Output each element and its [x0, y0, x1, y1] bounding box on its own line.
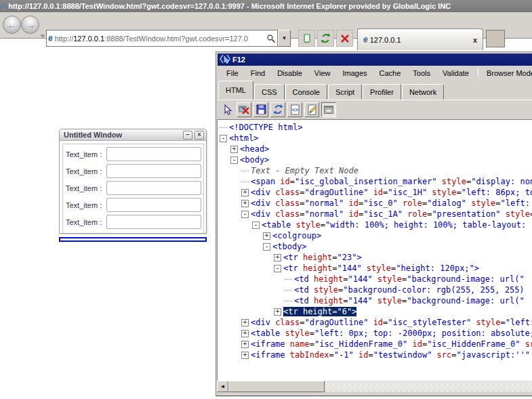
tree-node[interactable]: +<iframe tabIndex="-1" id="testwindow" s…	[218, 350, 532, 360]
f12-tabstrip: HTMLCSSConsoleScriptProfilerNetwork	[218, 80, 532, 100]
menu-file[interactable]: File	[220, 68, 245, 79]
menu-validate[interactable]: Validate	[436, 68, 475, 79]
edit-icon[interactable]	[304, 102, 319, 117]
tree-node[interactable]: +<table style="left: 0px; top: -2000px; …	[218, 328, 532, 339]
tree-node[interactable]: +<div class="normal" id="isc_0" role="di…	[218, 198, 532, 209]
collapse-icon[interactable]: -	[263, 243, 270, 251]
save-icon[interactable]	[253, 102, 268, 117]
tree-node[interactable]: -<body>	[218, 154, 532, 165]
dialog-close-button[interactable]: ×	[195, 131, 204, 140]
tree-node[interactable]: -<table style="width: 100%; height: 100%…	[218, 219, 532, 230]
expand-icon[interactable]: +	[274, 308, 281, 316]
text-item-input-2[interactable]	[106, 164, 201, 178]
menu-tools[interactable]: Tools	[407, 68, 436, 79]
menu-view[interactable]: View	[308, 68, 337, 79]
screen: e http://127.0.0.1:8888/TestWindow.html?…	[0, 0, 532, 399]
menu-find[interactable]: Find	[245, 68, 271, 79]
expand-icon[interactable]: +	[241, 352, 249, 359]
tree-node[interactable]: -<tr height="144" style="height: 120px;"…	[218, 263, 532, 274]
collapse-icon[interactable]: -	[220, 135, 227, 142]
expand-icon[interactable]: +	[241, 189, 249, 196]
collapse-icon[interactable]: -	[241, 211, 249, 218]
menu-images[interactable]: Images	[336, 68, 373, 79]
tree-node[interactable]: <span id="isc_global_insertion_marker" s…	[218, 176, 532, 187]
recent-pages-dropdown-icon[interactable]	[40, 35, 45, 38]
stop-button[interactable]	[336, 30, 353, 47]
f12-titlebar[interactable]: F12	[218, 54, 532, 66]
dialog-minimize-button[interactable]: –	[183, 131, 192, 140]
menu-disable[interactable]: Disable	[271, 68, 308, 79]
tree-node[interactable]: -<tbody>	[218, 241, 532, 252]
close-icon: ×	[197, 131, 201, 138]
tree-node[interactable]: +<tr height="6">	[218, 306, 532, 317]
collapse-icon[interactable]: -	[274, 265, 281, 272]
expand-icon[interactable]: +	[274, 254, 281, 261]
text-item-input-1[interactable]	[106, 147, 201, 161]
tree-node[interactable]: Text - Empty Text Node	[218, 165, 532, 176]
element-highlight-icon[interactable]	[321, 102, 336, 117]
form-row: Text_item :	[63, 213, 203, 230]
dialog-titlebar[interactable]: Untitled Window – ×	[60, 129, 206, 141]
node-markup: <td height="144" style="background-image…	[294, 296, 525, 306]
browser-tab[interactable]: e 127.0.0.1 x	[357, 28, 483, 50]
expand-icon[interactable]: +	[230, 146, 238, 153]
tree-node[interactable]: <td height="144" style="background-image…	[218, 295, 532, 306]
tree-node[interactable]: <!DOCTYPE html>	[218, 122, 532, 133]
tree-node[interactable]: -<html>	[218, 133, 532, 144]
tab-console[interactable]: Console	[285, 84, 327, 100]
expand-icon[interactable]: +	[241, 330, 249, 337]
tree-node[interactable]: <td height="144" style="background-image…	[218, 274, 532, 285]
expand-icon[interactable]: +	[263, 232, 270, 240]
text-item-input-5[interactable]	[106, 215, 201, 229]
tree-node[interactable]: <td style="background-color: rgb(255, 25…	[218, 285, 532, 295]
tree-node[interactable]: +<colgroup>	[218, 230, 532, 241]
tab-network[interactable]: Network	[402, 84, 444, 100]
form-row: Text_item :	[63, 146, 203, 163]
clear-browser-cache-icon[interactable]	[237, 102, 251, 117]
node-markup: <colgroup>	[272, 231, 321, 240]
scroll-left-button[interactable]: ◄	[217, 381, 228, 392]
tree-node[interactable]: +<tr height="23">	[218, 252, 532, 263]
dialog-title: Untitled Window	[64, 131, 122, 139]
refresh-button[interactable]	[317, 30, 334, 47]
node-markup: <html>	[229, 133, 258, 143]
scrollbar-track[interactable]	[325, 381, 532, 392]
tab-css[interactable]: CSS	[254, 84, 285, 100]
tab-close-icon[interactable]: x	[473, 36, 477, 44]
tree-leader	[285, 290, 292, 291]
expand-icon[interactable]: +	[241, 200, 249, 207]
search-icon[interactable]	[266, 34, 276, 43]
select-element-icon[interactable]	[220, 102, 234, 117]
new-tab-button[interactable]	[486, 30, 505, 47]
view-source-icon[interactable]: <>	[287, 102, 302, 117]
text-item-input-4[interactable]	[106, 198, 201, 212]
collapse-icon[interactable]: -	[230, 156, 238, 164]
compatibility-view-button[interactable]	[298, 30, 315, 47]
expand-icon[interactable]: +	[241, 319, 249, 327]
tab-html[interactable]: HTML	[218, 81, 253, 100]
text-item-input-3[interactable]	[106, 181, 201, 195]
tree-node[interactable]: +<div class="dragOutline" id="isc_styleT…	[218, 317, 532, 328]
tab-profiler[interactable]: Profiler	[363, 84, 401, 100]
refresh-icon[interactable]	[270, 102, 285, 117]
address-url[interactable]: http://127.0.0.1:8888/TestWindow.html?gw…	[55, 35, 266, 43]
node-markup: <table style="left: 0px; top: -2000px; p…	[251, 329, 532, 338]
node-markup: <div class="dragOutline" id="isc_1H" sty…	[251, 188, 532, 197]
menu-cache[interactable]: Cache	[373, 68, 407, 79]
tree-node[interactable]: +<div class="dragOutline" id="isc_1H" st…	[218, 187, 532, 198]
address-dropdown-button[interactable]: ▼	[278, 30, 291, 47]
tab-script[interactable]: Script	[328, 84, 362, 100]
tree-node[interactable]: +<iframe name="isc_HiddenFrame_0" id="is…	[218, 339, 532, 350]
forward-button[interactable]: →	[21, 16, 39, 34]
expand-icon[interactable]: +	[241, 341, 249, 348]
tree-node[interactable]: +<head>	[218, 144, 532, 154]
back-button[interactable]: ←	[3, 16, 21, 34]
tree-node[interactable]: -<div class="normal" id="isc_1A" role="p…	[218, 209, 532, 219]
scrollbar-thumb[interactable]	[228, 381, 325, 392]
address-bar[interactable]: e http://127.0.0.1:8888/TestWindow.html?…	[46, 30, 278, 47]
browser-mode-menu[interactable]: Browser Mode: IE9	[481, 68, 532, 79]
node-markup: <div class="dragOutline" id="isc_styleTe…	[251, 318, 532, 327]
horizontal-scrollbar[interactable]: ◄	[217, 381, 532, 392]
collapse-icon[interactable]: -	[252, 222, 260, 229]
main-window-titlebar[interactable]: e http://127.0.0.1:8888/TestWindow.html?…	[0, 0, 532, 12]
